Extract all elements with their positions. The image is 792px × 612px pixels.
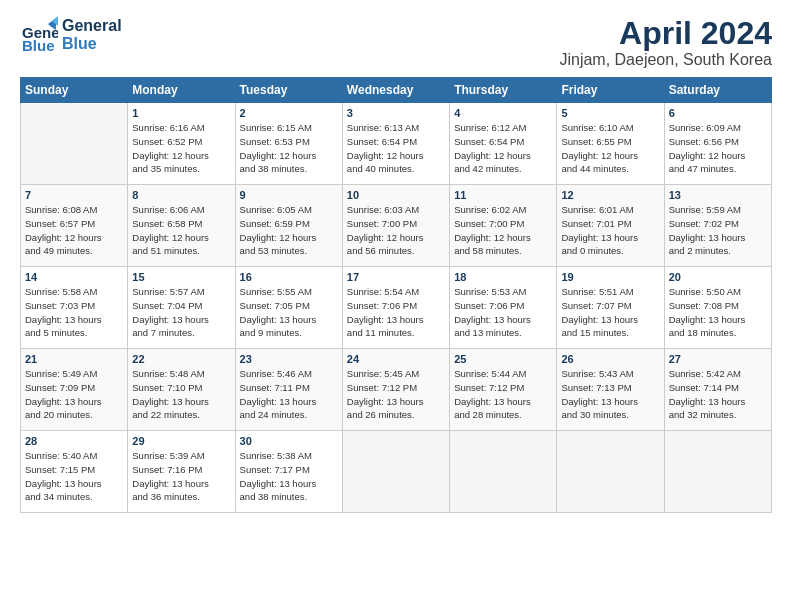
day-info: Sunrise: 5:38 AMSunset: 7:17 PMDaylight:… [240,449,338,504]
day-cell: 21Sunrise: 5:49 AMSunset: 7:09 PMDayligh… [21,349,128,431]
page: General Blue General Blue April 2024 Jin… [0,0,792,523]
day-cell: 8Sunrise: 6:06 AMSunset: 6:58 PMDaylight… [128,185,235,267]
week-row-2: 7Sunrise: 6:08 AMSunset: 6:57 PMDaylight… [21,185,772,267]
day-info: Sunrise: 5:51 AMSunset: 7:07 PMDaylight:… [561,285,659,340]
day-info: Sunrise: 5:42 AMSunset: 7:14 PMDaylight:… [669,367,767,422]
day-info: Sunrise: 5:55 AMSunset: 7:05 PMDaylight:… [240,285,338,340]
day-info: Sunrise: 5:46 AMSunset: 7:11 PMDaylight:… [240,367,338,422]
col-header-monday: Monday [128,78,235,103]
day-info: Sunrise: 6:16 AMSunset: 6:52 PMDaylight:… [132,121,230,176]
day-info: Sunrise: 6:01 AMSunset: 7:01 PMDaylight:… [561,203,659,258]
day-info: Sunrise: 6:12 AMSunset: 6:54 PMDaylight:… [454,121,552,176]
day-cell: 23Sunrise: 5:46 AMSunset: 7:11 PMDayligh… [235,349,342,431]
day-number: 21 [25,353,123,365]
day-info: Sunrise: 5:40 AMSunset: 7:15 PMDaylight:… [25,449,123,504]
day-cell [557,431,664,513]
day-cell: 24Sunrise: 5:45 AMSunset: 7:12 PMDayligh… [342,349,449,431]
header: General Blue General Blue April 2024 Jin… [20,16,772,69]
day-number: 25 [454,353,552,365]
day-cell: 9Sunrise: 6:05 AMSunset: 6:59 PMDaylight… [235,185,342,267]
day-info: Sunrise: 6:06 AMSunset: 6:58 PMDaylight:… [132,203,230,258]
day-cell: 30Sunrise: 5:38 AMSunset: 7:17 PMDayligh… [235,431,342,513]
day-number: 6 [669,107,767,119]
day-info: Sunrise: 6:10 AMSunset: 6:55 PMDaylight:… [561,121,659,176]
day-cell: 13Sunrise: 5:59 AMSunset: 7:02 PMDayligh… [664,185,771,267]
day-number: 2 [240,107,338,119]
day-number: 11 [454,189,552,201]
day-number: 10 [347,189,445,201]
day-info: Sunrise: 5:44 AMSunset: 7:12 PMDaylight:… [454,367,552,422]
logo-icon: General Blue [20,16,58,54]
day-number: 20 [669,271,767,283]
day-number: 8 [132,189,230,201]
day-info: Sunrise: 5:49 AMSunset: 7:09 PMDaylight:… [25,367,123,422]
day-cell [450,431,557,513]
col-header-wednesday: Wednesday [342,78,449,103]
day-info: Sunrise: 5:54 AMSunset: 7:06 PMDaylight:… [347,285,445,340]
day-cell: 19Sunrise: 5:51 AMSunset: 7:07 PMDayligh… [557,267,664,349]
day-number: 29 [132,435,230,447]
day-cell: 25Sunrise: 5:44 AMSunset: 7:12 PMDayligh… [450,349,557,431]
day-cell: 28Sunrise: 5:40 AMSunset: 7:15 PMDayligh… [21,431,128,513]
day-cell: 16Sunrise: 5:55 AMSunset: 7:05 PMDayligh… [235,267,342,349]
day-info: Sunrise: 5:39 AMSunset: 7:16 PMDaylight:… [132,449,230,504]
day-number: 1 [132,107,230,119]
day-cell: 1Sunrise: 6:16 AMSunset: 6:52 PMDaylight… [128,103,235,185]
day-number: 4 [454,107,552,119]
day-cell: 6Sunrise: 6:09 AMSunset: 6:56 PMDaylight… [664,103,771,185]
day-info: Sunrise: 6:13 AMSunset: 6:54 PMDaylight:… [347,121,445,176]
day-info: Sunrise: 5:57 AMSunset: 7:04 PMDaylight:… [132,285,230,340]
week-row-4: 21Sunrise: 5:49 AMSunset: 7:09 PMDayligh… [21,349,772,431]
day-cell: 10Sunrise: 6:03 AMSunset: 7:00 PMDayligh… [342,185,449,267]
day-cell: 20Sunrise: 5:50 AMSunset: 7:08 PMDayligh… [664,267,771,349]
day-number: 28 [25,435,123,447]
day-cell: 22Sunrise: 5:48 AMSunset: 7:10 PMDayligh… [128,349,235,431]
day-info: Sunrise: 6:02 AMSunset: 7:00 PMDaylight:… [454,203,552,258]
day-info: Sunrise: 5:45 AMSunset: 7:12 PMDaylight:… [347,367,445,422]
day-cell: 3Sunrise: 6:13 AMSunset: 6:54 PMDaylight… [342,103,449,185]
logo-general: General [62,17,122,35]
day-cell: 5Sunrise: 6:10 AMSunset: 6:55 PMDaylight… [557,103,664,185]
day-number: 23 [240,353,338,365]
day-info: Sunrise: 6:03 AMSunset: 7:00 PMDaylight:… [347,203,445,258]
col-header-friday: Friday [557,78,664,103]
day-number: 13 [669,189,767,201]
day-cell: 4Sunrise: 6:12 AMSunset: 6:54 PMDaylight… [450,103,557,185]
day-number: 3 [347,107,445,119]
day-info: Sunrise: 6:15 AMSunset: 6:53 PMDaylight:… [240,121,338,176]
day-cell: 7Sunrise: 6:08 AMSunset: 6:57 PMDaylight… [21,185,128,267]
day-number: 15 [132,271,230,283]
day-cell: 11Sunrise: 6:02 AMSunset: 7:00 PMDayligh… [450,185,557,267]
day-number: 27 [669,353,767,365]
day-cell: 27Sunrise: 5:42 AMSunset: 7:14 PMDayligh… [664,349,771,431]
day-number: 26 [561,353,659,365]
day-info: Sunrise: 5:43 AMSunset: 7:13 PMDaylight:… [561,367,659,422]
day-number: 12 [561,189,659,201]
week-row-5: 28Sunrise: 5:40 AMSunset: 7:15 PMDayligh… [21,431,772,513]
day-info: Sunrise: 6:09 AMSunset: 6:56 PMDaylight:… [669,121,767,176]
day-number: 19 [561,271,659,283]
col-header-thursday: Thursday [450,78,557,103]
day-info: Sunrise: 5:53 AMSunset: 7:06 PMDaylight:… [454,285,552,340]
header-row: SundayMondayTuesdayWednesdayThursdayFrid… [21,78,772,103]
col-header-sunday: Sunday [21,78,128,103]
day-info: Sunrise: 5:59 AMSunset: 7:02 PMDaylight:… [669,203,767,258]
week-row-1: 1Sunrise: 6:16 AMSunset: 6:52 PMDaylight… [21,103,772,185]
logo-blue: Blue [62,35,122,53]
day-number: 16 [240,271,338,283]
day-cell: 2Sunrise: 6:15 AMSunset: 6:53 PMDaylight… [235,103,342,185]
day-cell: 15Sunrise: 5:57 AMSunset: 7:04 PMDayligh… [128,267,235,349]
day-cell [21,103,128,185]
day-cell: 29Sunrise: 5:39 AMSunset: 7:16 PMDayligh… [128,431,235,513]
day-info: Sunrise: 5:50 AMSunset: 7:08 PMDaylight:… [669,285,767,340]
col-header-tuesday: Tuesday [235,78,342,103]
day-number: 5 [561,107,659,119]
day-number: 24 [347,353,445,365]
day-info: Sunrise: 5:48 AMSunset: 7:10 PMDaylight:… [132,367,230,422]
day-number: 30 [240,435,338,447]
day-number: 7 [25,189,123,201]
day-info: Sunrise: 6:05 AMSunset: 6:59 PMDaylight:… [240,203,338,258]
day-number: 14 [25,271,123,283]
title-area: April 2024 Jinjam, Daejeon, South Korea [559,16,772,69]
day-cell: 18Sunrise: 5:53 AMSunset: 7:06 PMDayligh… [450,267,557,349]
